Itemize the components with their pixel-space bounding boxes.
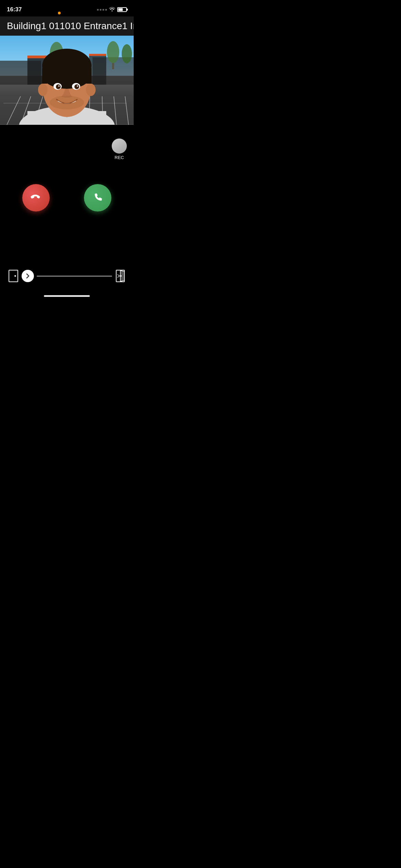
video-feed [0, 36, 134, 125]
bottom-spacer [0, 239, 134, 266]
status-bar: 16:37 [0, 0, 134, 16]
svg-point-38 [38, 84, 48, 96]
notification-dot [58, 12, 61, 14]
status-icons [97, 7, 127, 13]
slider-track [37, 276, 112, 277]
rec-button-group[interactable]: REC [112, 138, 127, 160]
svg-point-35 [58, 85, 60, 87]
status-time: 16:37 [7, 6, 22, 13]
rec-button[interactable] [112, 138, 127, 154]
rec-label: REC [114, 155, 124, 160]
separator-top [0, 125, 134, 138]
wifi-icon [109, 7, 115, 13]
accept-phone-icon [92, 191, 103, 205]
svg-point-33 [56, 84, 61, 89]
svg-point-39 [86, 84, 96, 96]
signal-icon [97, 9, 107, 11]
door-open-icon [116, 270, 125, 282]
call-buttons-area [0, 164, 134, 239]
svg-point-36 [77, 85, 78, 87]
door-closed-icon [9, 270, 18, 282]
svg-point-30 [44, 65, 90, 89]
person-video [0, 36, 134, 125]
svg-point-41 [120, 275, 122, 277]
slider-thumb[interactable] [22, 270, 34, 282]
svg-point-34 [74, 84, 79, 89]
decline-call-button[interactable] [22, 184, 50, 212]
battery-icon [117, 7, 127, 12]
rec-container: REC [0, 138, 134, 164]
slider-area [0, 266, 134, 292]
call-title: Building1 011010 Entrance1 Inc [0, 16, 134, 36]
accept-call-button[interactable] [84, 184, 111, 212]
door-slider-row [7, 270, 127, 282]
decline-phone-icon [31, 191, 41, 205]
home-indicator [44, 295, 90, 297]
svg-point-37 [50, 96, 84, 109]
door-unlock-slider[interactable] [22, 270, 112, 282]
